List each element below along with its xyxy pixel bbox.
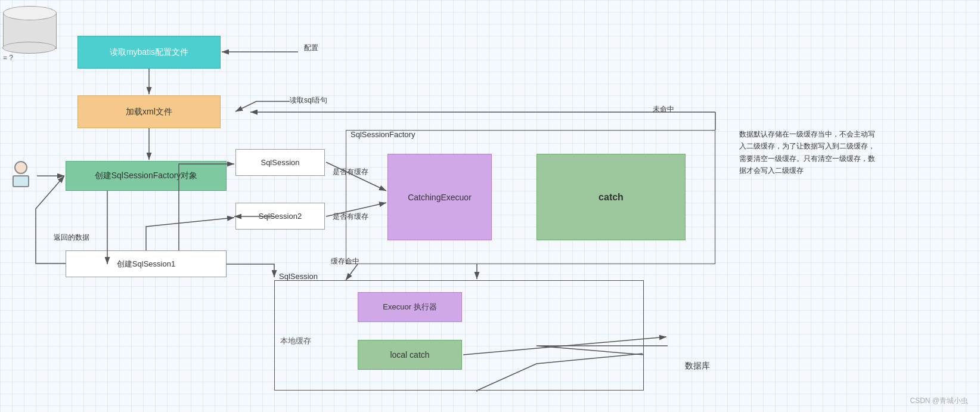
cylinder-bottom	[2, 42, 56, 54]
avatar-body	[13, 175, 29, 187]
watermark: CSDN @青城小虫	[910, 396, 968, 406]
return-data-label: 返回的数据	[54, 233, 89, 243]
read-mybatis-box: 读取mybatis配置文件	[77, 36, 221, 69]
cache-hit-label: 缓存命中	[331, 256, 359, 267]
local-label: 本地缓存	[280, 336, 311, 346]
unnamed-label: 未命中	[653, 104, 674, 114]
local-catch-box: local catch	[358, 340, 462, 370]
database-cylinder	[3, 6, 57, 54]
database-container	[0, 0, 60, 60]
avatar-figure	[6, 161, 36, 197]
catching-executor-box: CatchingExecuor	[387, 154, 492, 240]
question-label: = ?	[3, 54, 13, 62]
is-cache2-label: 是否有缓存	[333, 212, 368, 222]
read-sql-label: 读取sql语句	[290, 95, 327, 106]
is-cache1-label: 是否有缓存	[333, 167, 368, 177]
cylinder-top	[3, 6, 57, 20]
lower-outer-label: SqlSession	[279, 272, 318, 281]
diagram-canvas: = ? 读取mybatis配置文件 加载xml文件 创建SqlSessionFa…	[0, 0, 980, 412]
create-factory-box: 创建SqlSessionFactory对象	[66, 161, 227, 191]
load-xml-box: 加载xml文件	[77, 95, 221, 128]
avatar-head	[14, 161, 27, 174]
sql-session2-box: SqlSession2	[235, 203, 325, 230]
executor-box: Execuor 执行器	[358, 292, 462, 322]
factory-outer-label: SqlSessionFactory	[351, 130, 415, 139]
annotation-box: 数据默认存储在一级缓存当中，不会主动写入二级缓存，为了让数据写入到二级缓存，需要…	[739, 128, 876, 177]
svg-line-8	[346, 264, 358, 280]
create-session1-box: 创建SqlSession1	[66, 250, 227, 277]
database-label: 数据库	[668, 361, 727, 371]
catch-box: catch	[536, 154, 686, 240]
sql-session-box: SqlSession	[235, 149, 325, 176]
config-label: 配置	[304, 43, 318, 53]
